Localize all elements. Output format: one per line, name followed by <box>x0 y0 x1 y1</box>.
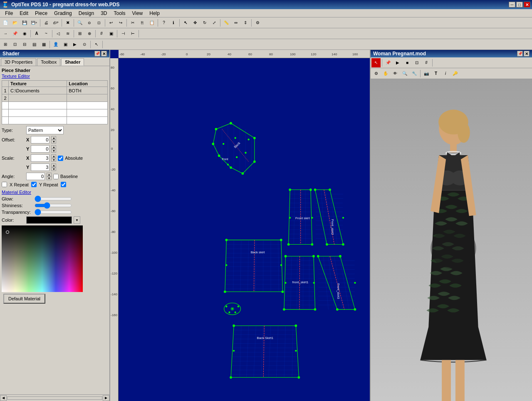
menu-piece[interactable]: Piece <box>32 10 51 17</box>
offset-x-up[interactable]: ▲ <box>51 136 56 140</box>
scale-btn[interactable]: ⤢ <box>210 18 219 27</box>
t2[interactable]: ⊡ <box>10 40 20 49</box>
model-t6[interactable]: 📷 <box>422 69 431 78</box>
scale-y-input[interactable]: 3 <box>31 163 49 171</box>
flip-btn[interactable]: ⇕ <box>241 18 250 27</box>
scale-x-input[interactable]: 3 <box>31 154 49 162</box>
offset-x-input[interactable]: 0 <box>31 136 49 144</box>
offset-y-down[interactable]: ▼ <box>51 149 56 153</box>
offset-y-input[interactable]: 0 <box>31 145 49 153</box>
tab-shader[interactable]: Shader <box>61 58 84 66</box>
undo-btn[interactable]: ↩ <box>106 18 116 27</box>
t5[interactable]: ▦ <box>39 40 48 49</box>
material-editor-label[interactable]: Material Editor <box>2 190 108 195</box>
select-btn[interactable]: ↖ <box>181 18 190 27</box>
scale-y-up[interactable]: ▲ <box>51 163 56 167</box>
absolute-checkbox[interactable] <box>58 156 63 161</box>
scale-x-spin[interactable]: ▲ ▼ <box>51 154 56 162</box>
offset-x-spin[interactable]: ▲ ▼ <box>51 136 56 144</box>
paste-btn[interactable]: 📋 <box>147 18 156 27</box>
menu-3d[interactable]: 3D <box>97 10 110 17</box>
tab-3d-properties[interactable]: 3D Properties <box>1 58 36 66</box>
save-as-btn[interactable]: 💾+ <box>30 18 39 27</box>
open-btn[interactable]: 📂 <box>10 18 20 27</box>
maximize-btn[interactable]: □ <box>516 2 523 7</box>
model-t5[interactable]: 🔧 <box>410 69 419 78</box>
color-picker[interactable] <box>2 225 83 292</box>
scale-y-spin[interactable]: ▲ ▼ <box>51 163 56 171</box>
pointer-btn[interactable]: ↖ <box>92 40 101 49</box>
rotate-btn[interactable]: ↻ <box>200 18 209 27</box>
menu-file[interactable]: File <box>2 10 16 17</box>
t9[interactable]: ⊙ <box>80 40 89 49</box>
model-t4[interactable]: 🔍 <box>400 69 409 78</box>
menu-edit[interactable]: Edit <box>16 10 32 17</box>
delete-btn[interactable]: ✖ <box>63 18 72 27</box>
angle-up[interactable]: ▲ <box>47 173 52 176</box>
arrow-btn[interactable]: → <box>1 29 10 38</box>
model-pin-tool[interactable]: 📌 <box>384 58 393 67</box>
default-material-btn[interactable]: Default Material <box>3 294 45 304</box>
copy-btn[interactable]: ⎘ <box>138 18 147 27</box>
node-btn[interactable]: ◉ <box>20 29 29 38</box>
title-controls[interactable]: ─ □ ✕ <box>509 2 530 7</box>
texture-path-2[interactable] <box>9 94 67 102</box>
model-t9[interactable]: 🔑 <box>450 69 460 78</box>
offset-y-spin[interactable]: ▲ ▼ <box>51 145 56 153</box>
angle-input[interactable]: 0 <box>26 173 45 180</box>
zoom-in-btn[interactable]: 🔍 <box>75 18 84 27</box>
zoom-out-btn[interactable]: ⊖ <box>85 18 94 27</box>
print2-btn[interactable]: 🖨P <box>51 18 60 27</box>
measure-btn[interactable]: 📏 <box>222 18 231 27</box>
menu-design[interactable]: Design <box>75 10 97 17</box>
scale-y-down[interactable]: ▼ <box>51 167 56 171</box>
pattern-canvas[interactable]: Back Front <box>119 58 370 401</box>
t8[interactable]: ▶ <box>70 40 79 49</box>
menu-grading[interactable]: Grading <box>51 10 75 17</box>
color-box[interactable] <box>26 216 72 224</box>
seam-btn[interactable]: ≋ <box>63 29 72 38</box>
redo-btn[interactable]: ↪ <box>116 18 125 27</box>
offset-y-up[interactable]: ▲ <box>51 145 56 149</box>
model-3d-view[interactable]: Opti Tex Next Generation 3D / 2D <box>371 79 532 401</box>
t6[interactable]: 👤 <box>51 40 60 49</box>
curve-btn[interactable]: ~ <box>42 29 51 38</box>
settings-btn[interactable]: ⚙ <box>253 18 262 27</box>
align-l-btn[interactable]: ⊣ <box>119 29 128 38</box>
glow-slider[interactable] <box>35 197 72 201</box>
model-grid-btn[interactable]: # <box>422 58 431 67</box>
model-t8[interactable]: i <box>441 69 450 78</box>
model-t1[interactable]: ⚙ <box>371 69 381 78</box>
shader-close-btn[interactable]: ✕ <box>101 51 107 57</box>
menu-help[interactable]: Help <box>146 10 163 17</box>
type-select[interactable]: Pattern Solid Gradient <box>26 126 64 134</box>
model-t2[interactable]: ✋ <box>381 69 390 78</box>
offset-x-down[interactable]: ▼ <box>51 140 56 144</box>
pin-btn[interactable]: 📌 <box>10 29 20 38</box>
menu-view[interactable]: View <box>129 10 146 17</box>
save-btn[interactable]: 💾 <box>20 18 29 27</box>
model-t3[interactable]: 👁 <box>391 69 400 78</box>
info-btn[interactable]: ℹ <box>169 18 178 27</box>
t7[interactable]: ▣ <box>61 40 70 49</box>
cut-btn[interactable]: ✂ <box>128 18 137 27</box>
baseline-checkbox[interactable] <box>53 174 59 179</box>
shader-pin-btn[interactable]: 📌 <box>94 51 100 57</box>
texture-editor-label[interactable]: Texture Editor <box>2 74 108 79</box>
y-repeat-checkbox[interactable] <box>31 182 37 187</box>
grid-btn[interactable]: # <box>97 29 106 38</box>
scale-x-up[interactable]: ▲ <box>51 154 56 158</box>
menu-tools[interactable]: Tools <box>110 10 129 17</box>
scroll-right-btn[interactable]: ▶ <box>103 395 109 401</box>
help-btn[interactable]: ? <box>159 18 168 27</box>
model-pin-btn[interactable]: 📌 <box>517 51 523 57</box>
scroll-left-btn[interactable]: ◀ <box>0 395 7 401</box>
model-frame-btn[interactable]: ⊡ <box>412 58 421 67</box>
move-btn[interactable]: ✥ <box>191 18 200 27</box>
layer-btn[interactable]: ▣ <box>106 29 116 38</box>
dart-btn[interactable]: ◁ <box>54 29 63 38</box>
mirror-btn[interactable]: ⇔ <box>231 18 240 27</box>
t4[interactable]: ▤ <box>30 40 39 49</box>
model-play-btn[interactable]: ▶ <box>393 58 402 67</box>
location-1[interactable]: BOTH <box>67 87 108 94</box>
